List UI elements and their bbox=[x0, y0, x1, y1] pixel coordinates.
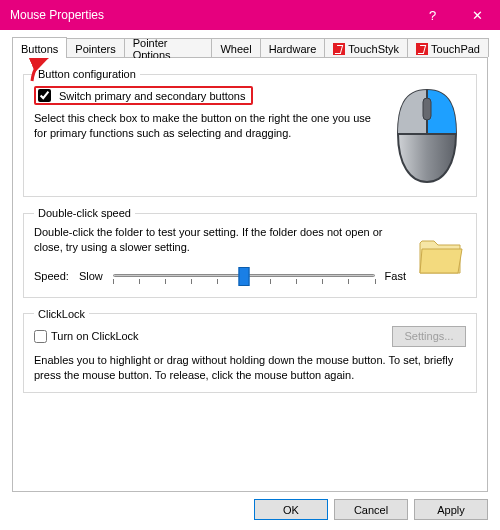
tab-pointer-options[interactable]: Pointer Options bbox=[124, 38, 213, 57]
dialog-footer: OK Cancel Apply bbox=[254, 499, 488, 520]
titlebar: Mouse Properties ? ✕ bbox=[0, 0, 500, 30]
speed-label: Speed: bbox=[34, 270, 69, 282]
fast-label: Fast bbox=[385, 270, 406, 282]
clicklock-checkbox[interactable] bbox=[34, 330, 47, 343]
help-button[interactable]: ? bbox=[410, 0, 455, 30]
mouse-illustration bbox=[388, 86, 466, 186]
group-legend: Button configuration bbox=[34, 68, 140, 80]
double-click-description: Double-click the folder to test your set… bbox=[34, 225, 406, 255]
svg-rect-2 bbox=[423, 98, 431, 120]
switch-buttons-checkbox[interactable] bbox=[38, 89, 51, 102]
group-button-configuration: Button configuration Switch primary and … bbox=[23, 68, 477, 197]
close-button[interactable]: ✕ bbox=[455, 0, 500, 30]
clicklock-label: Turn on ClickLock bbox=[51, 330, 139, 342]
clicklock-settings-button: Settings... bbox=[392, 326, 466, 347]
group-legend: ClickLock bbox=[34, 308, 89, 320]
clicklock-description: Enables you to highlight or drag without… bbox=[34, 353, 466, 383]
ok-button[interactable]: OK bbox=[254, 499, 328, 520]
test-folder-icon[interactable] bbox=[416, 231, 466, 279]
slider-thumb[interactable] bbox=[238, 267, 249, 286]
dialog-content: Buttons Pointers Pointer Options Wheel H… bbox=[0, 30, 500, 500]
group-legend: Double-click speed bbox=[34, 207, 135, 219]
tab-panel: Button configuration Switch primary and … bbox=[12, 58, 488, 492]
speed-slider[interactable] bbox=[113, 265, 375, 287]
tab-pointers[interactable]: Pointers bbox=[66, 38, 124, 57]
group-double-click-speed: Double-click speed Double-click the fold… bbox=[23, 207, 477, 298]
tab-touchpad[interactable]: TouchPad bbox=[407, 38, 489, 57]
synaptics-icon bbox=[333, 43, 345, 55]
slow-label: Slow bbox=[79, 270, 103, 282]
tab-strip: Buttons Pointers Pointer Options Wheel H… bbox=[12, 36, 488, 58]
tab-hardware[interactable]: Hardware bbox=[260, 38, 326, 57]
tab-touchstyk[interactable]: TouchStyk bbox=[324, 38, 408, 57]
apply-button[interactable]: Apply bbox=[414, 499, 488, 520]
tab-buttons[interactable]: Buttons bbox=[12, 37, 67, 58]
tab-wheel[interactable]: Wheel bbox=[211, 38, 260, 57]
switch-buttons-label: Switch primary and secondary buttons bbox=[59, 90, 245, 102]
window-title: Mouse Properties bbox=[10, 8, 410, 22]
synaptics-icon bbox=[416, 43, 428, 55]
group-clicklock: ClickLock Turn on ClickLock Settings... … bbox=[23, 308, 477, 394]
button-config-description: Select this check box to make the button… bbox=[34, 111, 378, 141]
highlight-annotation: Switch primary and secondary buttons bbox=[34, 86, 253, 105]
cancel-button[interactable]: Cancel bbox=[334, 499, 408, 520]
